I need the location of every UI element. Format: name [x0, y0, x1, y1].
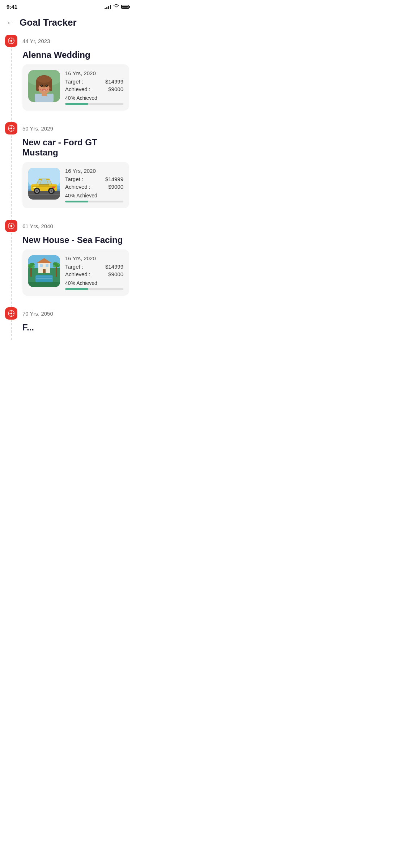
target-row: Target : $14999: [65, 264, 123, 270]
status-icons: [105, 4, 129, 9]
progress-fill: [65, 288, 88, 290]
svg-point-19: [38, 87, 41, 89]
goal-title-partial: F...: [0, 322, 136, 333]
goal-header-row: 50 Yrs, 2029: [0, 122, 136, 137]
percent-text: 40% Achieved: [65, 193, 123, 198]
goal-title: New House - Sea Facing: [0, 234, 136, 249]
battery-icon: [121, 5, 129, 9]
goal-icon: [5, 307, 17, 320]
svg-point-21: [43, 87, 45, 89]
target-label: Target :: [65, 176, 83, 182]
svg-rect-57: [40, 264, 43, 267]
svg-rect-58: [46, 264, 48, 267]
svg-point-14: [37, 76, 51, 83]
goal-header-row: 61 Yrs, 2040: [0, 220, 136, 234]
goal-item: 70 Yrs, 2050 F...: [0, 307, 136, 333]
svg-point-20: [47, 87, 51, 89]
svg-rect-12: [36, 81, 39, 91]
target-row: Target : $14999: [65, 78, 123, 85]
status-time: 9:41: [7, 4, 17, 10]
progress-bar: [65, 103, 123, 105]
progress-fill: [65, 201, 88, 202]
svg-point-45: [10, 225, 12, 227]
timeline: 44 Yr, 2023 Alenna Wedding: [0, 35, 136, 340]
progress-bar: [65, 288, 123, 290]
achieved-row: Achieved : $9000: [65, 184, 123, 190]
goal-details: 16 Yrs, 2020 Target : $14999 Achieved : …: [65, 168, 123, 202]
goal-image: [28, 168, 60, 200]
goal-image: [28, 255, 60, 287]
goal-age: 70 Yrs, 2050: [22, 311, 53, 317]
progress-bar: [65, 201, 123, 202]
svg-rect-68: [28, 282, 60, 287]
goal-details: 16 Yrs, 2020 Target : $14999 Achieved : …: [65, 70, 123, 105]
achieved-label: Achieved :: [65, 271, 90, 277]
goal-item: 50 Yrs, 2029 New car - Ford GT Mustang: [0, 122, 136, 220]
target-value: $14999: [105, 264, 123, 270]
target-value: $14999: [105, 176, 123, 182]
goal-card[interactable]: 16 Yrs, 2020 Target : $14999 Achieved : …: [22, 162, 129, 208]
svg-rect-31: [28, 194, 60, 195]
svg-point-18: [46, 85, 47, 86]
achieved-row: Achieved : $9000: [65, 86, 123, 92]
goal-details: 16 Yrs, 2020 Target : $14999 Achieved : …: [65, 255, 123, 290]
svg-point-41: [51, 190, 52, 192]
goal-age: 44 Yr, 2023: [22, 38, 50, 44]
percent-text: 40% Achieved: [65, 95, 123, 101]
svg-point-23: [10, 128, 12, 129]
target-label: Target :: [65, 264, 83, 270]
target-row: Target : $14999: [65, 176, 123, 182]
detail-year: 16 Yrs, 2020: [65, 70, 123, 76]
back-button[interactable]: ←: [7, 19, 14, 27]
achieved-label: Achieved :: [65, 86, 90, 92]
goal-item: 44 Yr, 2023 Alenna Wedding: [0, 35, 136, 122]
goal-image: [28, 70, 60, 102]
achieved-value: $9000: [108, 271, 123, 277]
goal-age: 50 Yrs, 2029: [22, 125, 53, 132]
percent-text: 40% Achieved: [65, 280, 123, 286]
svg-rect-43: [39, 184, 49, 185]
goal-card[interactable]: 16 Yrs, 2020 Target : $14999 Achieved : …: [22, 64, 129, 111]
svg-point-70: [10, 313, 12, 315]
achieved-value: $9000: [108, 86, 123, 92]
goal-card[interactable]: 16 Yrs, 2020 Target : $14999 Achieved : …: [22, 249, 129, 296]
status-bar: 9:41: [0, 0, 136, 12]
svg-rect-13: [49, 81, 52, 91]
signal-icon: [105, 5, 111, 9]
wifi-icon: [113, 4, 119, 9]
header: ← Goal Tracker: [0, 12, 136, 35]
achieved-row: Achieved : $9000: [65, 271, 123, 277]
goal-item: 61 Yrs, 2040 New House - Sea Facing: [0, 220, 136, 307]
goal-title: Alenna Wedding: [0, 49, 136, 64]
svg-rect-59: [43, 269, 46, 273]
goal-icon: [5, 122, 17, 134]
achieved-label: Achieved :: [65, 184, 90, 190]
svg-point-1: [10, 40, 12, 42]
target-value: $14999: [105, 78, 123, 85]
detail-year: 16 Yrs, 2020: [65, 168, 123, 174]
progress-fill: [65, 103, 88, 105]
goal-header-row: 70 Yrs, 2050: [0, 307, 136, 322]
svg-point-38: [36, 190, 38, 192]
goal-age: 61 Yrs, 2040: [22, 223, 53, 229]
goal-icon: [5, 35, 17, 47]
page-title: Goal Tracker: [20, 17, 77, 28]
goal-icon: [5, 220, 17, 232]
svg-point-17: [41, 85, 42, 86]
goal-title: New car - Ford GT Mustang: [0, 137, 136, 162]
detail-year: 16 Yrs, 2020: [65, 255, 123, 261]
target-label: Target :: [65, 78, 83, 85]
goal-header-row: 44 Yr, 2023: [0, 35, 136, 49]
achieved-value: $9000: [108, 184, 123, 190]
